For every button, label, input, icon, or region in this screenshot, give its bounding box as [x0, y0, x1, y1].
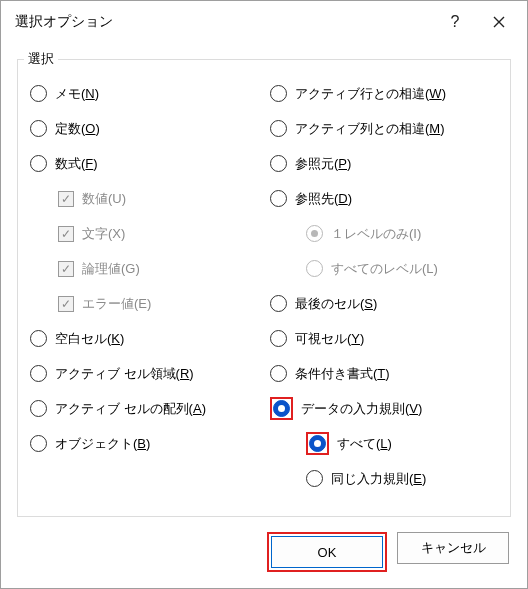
option-memo[interactable]: メモ(N): [28, 76, 260, 111]
option-dependents[interactable]: 参照先(D): [268, 181, 500, 216]
check-logical: ✓ 論理値(G): [28, 251, 260, 286]
help-button[interactable]: ?: [433, 6, 477, 38]
close-icon: [493, 16, 505, 28]
cancel-button[interactable]: キャンセル: [397, 532, 509, 564]
option-precedents[interactable]: 参照元(P): [268, 146, 500, 181]
option-col-diff[interactable]: アクティブ列との相違(M): [268, 111, 500, 146]
option-visible-cells[interactable]: 可視セル(Y): [268, 321, 500, 356]
option-row-diff[interactable]: アクティブ行との相違(W): [268, 76, 500, 111]
option-objects[interactable]: オブジェクト(B): [28, 426, 260, 461]
titlebar: 選択オプション ?: [1, 1, 527, 43]
highlight-box: [306, 432, 329, 455]
option-all-levels: すべてのレベル(L): [268, 251, 500, 286]
close-button[interactable]: [477, 6, 521, 38]
dialog-footer: OK キャンセル: [1, 532, 527, 588]
check-text: ✓ 文字(X): [28, 216, 260, 251]
option-constants[interactable]: 定数(O): [28, 111, 260, 146]
option-data-validation[interactable]: データの入力規則(V): [268, 391, 500, 426]
option-current-region[interactable]: アクティブ セル領域(R): [28, 356, 260, 391]
option-current-array[interactable]: アクティブ セルの配列(A): [28, 391, 260, 426]
option-formulas[interactable]: 数式(F): [28, 146, 260, 181]
dialog-title: 選択オプション: [15, 13, 433, 31]
option-validation-all[interactable]: すべて(L): [268, 426, 500, 461]
check-numbers: ✓ 数値(U): [28, 181, 260, 216]
checkbox-icon: ✓: [58, 296, 74, 312]
selection-group: 選択 メモ(N) 定数(O) 数式(F): [17, 59, 511, 517]
option-validation-same[interactable]: 同じ入力規則(E): [268, 461, 500, 496]
checkbox-icon: ✓: [58, 261, 74, 277]
option-one-level: １レベルのみ(I): [268, 216, 500, 251]
highlight-box: [270, 397, 293, 420]
option-conditional-format[interactable]: 条件付き書式(T): [268, 356, 500, 391]
go-to-special-dialog: 選択オプション ? 選択 メモ(N) 定数(O): [0, 0, 528, 589]
highlight-box: OK: [267, 532, 387, 572]
option-blanks[interactable]: 空白セル(K): [28, 321, 260, 356]
option-last-cell[interactable]: 最後のセル(S): [268, 286, 500, 321]
left-column: メモ(N) 定数(O) 数式(F) ✓ 数値(U): [28, 76, 260, 496]
checkbox-icon: ✓: [58, 191, 74, 207]
right-column: アクティブ行との相違(W) アクティブ列との相違(M) 参照元(P) 参照先(D…: [268, 76, 500, 496]
group-label: 選択: [24, 50, 58, 68]
ok-button[interactable]: OK: [271, 536, 383, 568]
check-errors: ✓ エラー値(E): [28, 286, 260, 321]
checkbox-icon: ✓: [58, 226, 74, 242]
